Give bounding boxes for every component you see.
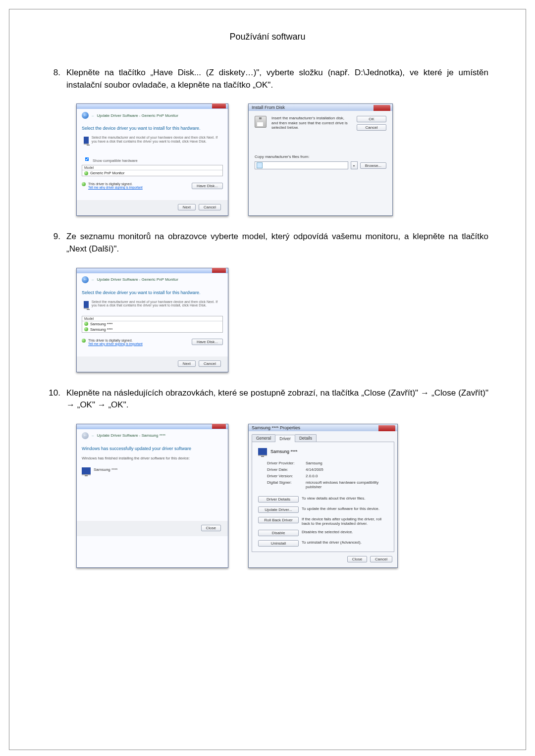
driver-signed-text: This driver is digitally signed.	[88, 339, 143, 342]
step-10: 10. Klepněte na následujících obrazovkác…	[47, 387, 488, 411]
step-10-number: 10.	[47, 387, 66, 411]
step-8-number: 8.	[47, 67, 66, 91]
uninstall-button[interactable]: Uninstall	[258, 540, 299, 547]
dialog-title: Install From Disk	[249, 104, 392, 111]
file-icon	[257, 162, 263, 168]
step-9-number: 9.	[47, 231, 66, 255]
wizard-breadcrumb: Update Driver Software - Generic PnP Mon…	[97, 277, 178, 282]
document-page: Používání softwaru 8. Klepněte na tlačít…	[9, 9, 526, 750]
tab-driver[interactable]: Driver	[275, 435, 295, 442]
driver-wizard-select-model: ← – Update Driver Software - Generic PnP…	[76, 268, 228, 372]
path-combobox[interactable]	[255, 161, 348, 169]
wizard-breadcrumb: Update Driver Software - Samsung ****	[97, 433, 165, 438]
close-icon[interactable]	[212, 268, 226, 273]
tell-me-link[interactable]: Tell me why driver signing is important	[88, 186, 143, 189]
update-driver-text: To update the driver software for this d…	[302, 506, 388, 511]
wizard-heading: Windows has successfully updated your dr…	[82, 446, 223, 451]
model-list: Model Samsung **** Samsung ****	[82, 316, 223, 333]
cert-icon	[84, 322, 88, 326]
value-version: 2.0.0.0	[306, 474, 388, 478]
step-8: 8. Klepněte na tlačítko „Have Disk... (Z…	[47, 67, 488, 91]
cancel-button[interactable]: Cancel	[199, 360, 221, 367]
finished-text: Windows has finished installing the driv…	[82, 456, 223, 460]
step-10-text: Klepněte na následujících obrazovkách, k…	[66, 387, 488, 411]
model-list: Model Generic PnP Monitor	[82, 165, 223, 176]
tab-details[interactable]: Details	[295, 434, 317, 442]
step-9: 9. Ze seznamu monitorů na obrazovce vybe…	[47, 231, 488, 255]
label-date: Driver Date:	[267, 467, 306, 472]
value-date: 4/14/2005	[306, 467, 388, 472]
device-name: Samsung ****	[270, 449, 298, 454]
ok-button[interactable]: OK	[357, 116, 386, 122]
driver-tab-pane: Samsung **** Driver Provider:Samsung Dri…	[252, 442, 394, 552]
wizard-heading: Select the device driver you want to ins…	[82, 290, 223, 295]
cancel-button[interactable]: Cancel	[370, 556, 392, 562]
wizard-titlebar	[77, 268, 228, 273]
browse-button[interactable]: Browse...	[360, 162, 386, 169]
update-driver-button[interactable]: Update Driver...	[258, 506, 299, 513]
roll-back-driver-button[interactable]: Roll Back Driver	[258, 517, 299, 523]
copy-from-label: Copy manufacturer's files from:	[255, 154, 386, 159]
back-icon[interactable]: ←	[82, 276, 89, 283]
device-properties-dialog: Samsung **** Properties General Driver D…	[248, 424, 398, 568]
model-header: Model	[82, 316, 222, 321]
driver-wizard-success: ← – Update Driver Software - Samsung ***…	[76, 424, 228, 568]
cert-icon	[84, 327, 88, 331]
wizard-heading: Select the device driver you want to ins…	[82, 126, 223, 131]
uninstall-text: To uninstall the driver (Advanced).	[302, 540, 388, 545]
next-button[interactable]: Next	[178, 360, 196, 367]
disable-button[interactable]: Disable	[258, 530, 299, 536]
close-button[interactable]: Close	[347, 556, 367, 562]
close-icon[interactable]	[212, 103, 226, 108]
close-icon[interactable]	[212, 424, 226, 429]
monitor-icon	[82, 467, 91, 475]
label-signer: Digital Signer:	[267, 480, 306, 489]
show-compatible-checkbox[interactable]: Show compatible hardware	[82, 158, 138, 163]
have-disk-button[interactable]: Have Disk...	[192, 183, 223, 189]
dropdown-icon[interactable]: ▾	[351, 161, 358, 169]
wizard-info-text: Select the manufacturer and model of you…	[92, 300, 221, 309]
disable-text: Disables the selected device.	[302, 530, 388, 534]
page-title: Používání softwaru	[47, 32, 488, 42]
driver-details-text: To view details about the driver files.	[302, 496, 388, 501]
roll-back-driver-text: If the device fails after updating the d…	[302, 517, 388, 526]
install-from-disk-dialog: Install From Disk Insert the manufacture…	[248, 103, 393, 216]
close-icon[interactable]	[374, 105, 390, 111]
wizard-info-text: Select the manufacturer and model of you…	[92, 136, 221, 145]
monitor-icon	[258, 448, 267, 456]
cert-icon	[82, 182, 86, 186]
cancel-button[interactable]: Cancel	[199, 204, 221, 210]
monitor-icon	[84, 137, 89, 145]
cert-icon	[84, 171, 88, 175]
step-8-text: Klepněte na tlačítko „Have Disk... (Z di…	[66, 67, 488, 91]
cancel-button[interactable]: Cancel	[357, 124, 386, 131]
model-row-samsung-1[interactable]: Samsung ****	[82, 321, 222, 327]
close-button[interactable]: Close	[201, 525, 221, 531]
step-9-text: Ze seznamu monitorů na obrazovce vyberte…	[66, 231, 488, 255]
tab-strip: General Driver Details	[249, 431, 397, 442]
dialog-title: Samsung **** Properties	[249, 424, 397, 431]
back-icon[interactable]: ←	[82, 112, 89, 119]
value-provider: Samsung	[306, 461, 388, 465]
finished-device: Samsung ****	[94, 466, 117, 472]
disk-message: Insert the manufacturer's installation d…	[271, 116, 352, 130]
cert-icon	[82, 339, 86, 343]
floppy-icon	[255, 116, 267, 128]
wizard-titlebar	[77, 424, 228, 429]
back-icon: ←	[82, 432, 89, 439]
driver-signed-text: This driver is digitally signed.	[88, 182, 143, 186]
close-icon[interactable]	[378, 425, 395, 431]
label-version: Driver Version:	[267, 474, 306, 478]
next-button[interactable]: Next	[178, 204, 196, 210]
driver-details-button[interactable]: Driver Details	[258, 496, 299, 503]
wizard-titlebar	[77, 104, 228, 109]
tell-me-link[interactable]: Tell me why driver signing is important	[88, 342, 143, 346]
value-signer: microsoft windows hardware compatibility…	[306, 480, 388, 489]
driver-wizard-have-disk: ← – Update Driver Software - Generic PnP…	[76, 103, 228, 216]
tab-general[interactable]: General	[252, 434, 275, 442]
model-row-samsung-2[interactable]: Samsung ****	[82, 327, 222, 332]
model-header: Model	[82, 165, 222, 170]
monitor-icon	[84, 301, 89, 309]
have-disk-button[interactable]: Have Disk...	[192, 339, 223, 345]
model-row-generic[interactable]: Generic PnP Monitor	[82, 170, 222, 176]
